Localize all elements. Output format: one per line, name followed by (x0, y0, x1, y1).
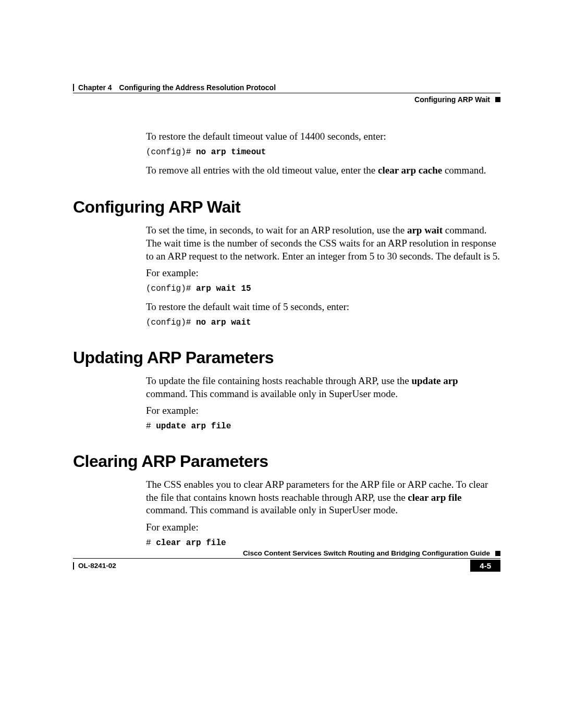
code-arp-wait: (config)# arp wait 15 (146, 284, 500, 293)
s2-para-1: To update the file containing hosts reac… (146, 375, 500, 400)
text-fragment: command. This command is available only … (146, 388, 398, 399)
chapter-title: Configuring the Address Resolution Proto… (119, 83, 276, 92)
footer-title-row: Cisco Content Services Switch Routing an… (73, 549, 500, 558)
s1-para-2: For example: (146, 267, 500, 280)
inline-command: arp wait (407, 225, 443, 236)
text-fragment: To remove all entries with the old timeo… (146, 165, 378, 176)
s1-para-3: To restore the default wait time of 5 se… (146, 301, 500, 314)
s2-para-2: For example: (146, 404, 500, 417)
heading-updating-arp-parameters: Updating ARP Parameters (73, 348, 500, 367)
text-fragment: command. This command is available only … (146, 504, 398, 515)
code-prompt: (config)# (146, 318, 196, 327)
inline-command: update arp (411, 375, 458, 386)
code-prompt: # (146, 538, 156, 548)
text-fragment: command. (442, 165, 486, 176)
footer-doc-id: OL-8241-02 (78, 562, 116, 570)
footer-rule (73, 558, 500, 559)
footer-rule-mark-icon (73, 562, 74, 570)
code-prompt: (config)# (146, 147, 196, 157)
chapter-number: Chapter 4 (78, 83, 112, 92)
footer-guide-title: Cisco Content Services Switch Routing an… (243, 549, 490, 557)
intro-para-2: To remove all entries with the old timeo… (146, 164, 500, 177)
code-command: no arp wait (196, 318, 251, 327)
header-rule (73, 93, 500, 93)
footer-square-icon (495, 551, 500, 556)
inline-command: clear arp cache (378, 165, 442, 176)
code-command: clear arp file (156, 538, 226, 548)
text-fragment: To update the file containing hosts reac… (146, 375, 411, 386)
header-top-row: Chapter 4 Configuring the Address Resolu… (73, 83, 500, 93)
page: Chapter 4 Configuring the Address Resolu… (0, 0, 563, 728)
code-command: no arp timeout (196, 147, 266, 157)
code-no-arp-wait: (config)# no arp wait (146, 318, 500, 327)
footer-left: OL-8241-02 (73, 562, 116, 570)
header-section-ref: Configuring ARP Wait (414, 95, 490, 104)
code-no-arp-timeout: (config)# no arp timeout (146, 147, 500, 157)
page-number: 4-5 (470, 560, 500, 572)
s1-para-1: To set the time, in seconds, to wait for… (146, 224, 500, 263)
intro-para-1: To restore the default timeout value of … (146, 130, 500, 143)
page-content: To restore the default timeout value of … (73, 130, 500, 555)
inline-command: clear arp file (408, 492, 461, 503)
text-fragment: To set the time, in seconds, to wait for… (146, 225, 407, 236)
page-footer: Cisco Content Services Switch Routing an… (73, 549, 500, 572)
s3-para-1: The CSS enables you to clear ARP paramet… (146, 478, 500, 517)
header-bottom-row: Configuring ARP Wait (73, 95, 500, 104)
page-header: Chapter 4 Configuring the Address Resolu… (73, 83, 500, 104)
header-rule-mark-icon (73, 84, 74, 91)
code-clear-arp-file: # clear arp file (146, 538, 500, 548)
s3-para-2: For example: (146, 521, 500, 534)
code-command: update arp file (156, 422, 231, 431)
heading-clearing-arp-parameters: Clearing ARP Parameters (73, 452, 500, 471)
code-prompt: # (146, 422, 156, 431)
footer-bottom-row: OL-8241-02 4-5 (73, 560, 500, 572)
code-command: arp wait 15 (196, 284, 251, 293)
heading-configuring-arp-wait: Configuring ARP Wait (73, 198, 500, 217)
code-prompt: (config)# (146, 284, 196, 293)
code-update-arp-file: # update arp file (146, 422, 500, 431)
header-square-icon (495, 97, 500, 102)
